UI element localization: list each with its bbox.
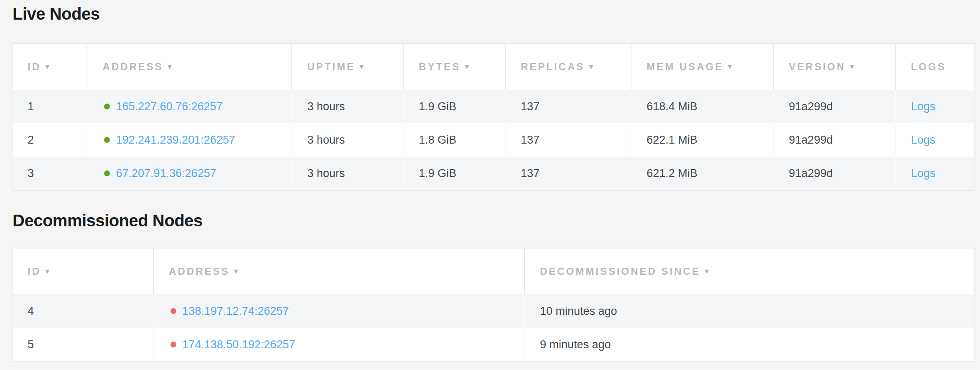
cell-text: 622.1 MiB	[647, 134, 697, 146]
column-header-decommissioned_since[interactable]: DECOMMISSIONED SINCE▾	[525, 248, 974, 294]
column-header-label: UPTIME	[307, 61, 355, 72]
table-row: 2192.241.239.201:262573 hours1.8 GiB1376…	[13, 123, 974, 157]
cell-bytes: 1.9 GiB	[404, 157, 506, 190]
cell-uptime: 3 hours	[292, 157, 404, 190]
table-row: 4138.197.12.74:2625710 minutes ago	[13, 294, 974, 328]
cell-address: 165.227.60.76:26257	[87, 90, 292, 123]
column-header-label: REPLICAS	[521, 61, 585, 72]
cell-text: 3	[28, 167, 34, 180]
column-header-address[interactable]: ADDRESS▾	[154, 248, 525, 294]
cell-uptime: 3 hours	[292, 90, 404, 123]
cell-id: 1	[13, 90, 87, 123]
cell-text: 137	[521, 167, 540, 180]
node-logs-link[interactable]: Logs	[911, 134, 936, 146]
cell-address: 192.241.239.201:26257	[87, 123, 292, 157]
cell-text: 10 minutes ago	[540, 305, 617, 317]
cell-id: 2	[13, 123, 87, 157]
sort-arrow-icon: ▾	[45, 62, 49, 71]
table-row: 367.207.91.36:262573 hours1.9 GiB137621.…	[13, 157, 974, 190]
decommissioned-nodes-title: Decommissioned Nodes	[12, 191, 975, 230]
cell-text: 137	[521, 134, 540, 146]
table-row: 1165.227.60.76:262573 hours1.9 GiB137618…	[13, 90, 974, 123]
live-status-dot-icon	[104, 104, 110, 109]
cell-text: 1.8 GiB	[419, 134, 456, 146]
column-header-logs: LOGS	[896, 44, 974, 90]
cell-replicas: 137	[506, 90, 631, 123]
table-row: 5174.138.50.192:262579 minutes ago	[13, 328, 974, 361]
cell-text: 621.2 MiB	[647, 167, 697, 180]
column-header-address[interactable]: ADDRESS▾	[87, 44, 292, 90]
column-header-label: BYTES	[419, 61, 461, 72]
cell-text: 5	[28, 338, 34, 351]
decommissioned-nodes-table: ID▾ADDRESS▾DECOMMISSIONED SINCE▾ 4138.19…	[12, 248, 975, 362]
cell-bytes: 1.9 GiB	[404, 90, 506, 123]
cell-text: 3 hours	[307, 100, 345, 113]
column-header-version[interactable]: VERSION▾	[774, 44, 896, 90]
column-header-id[interactable]: ID▾	[13, 248, 154, 294]
cell-decommissioned_since: 9 minutes ago	[525, 328, 974, 361]
cell-version: 91a299d	[774, 123, 896, 157]
live-status-dot-icon	[104, 170, 110, 176]
cell-bytes: 1.8 GiB	[404, 123, 506, 157]
node-address-link[interactable]: 165.227.60.76:26257	[116, 100, 222, 113]
header-row: ID▾ADDRESS▾DECOMMISSIONED SINCE▾	[13, 248, 974, 294]
column-header-label: VERSION	[789, 61, 846, 72]
cell-text: 91a299d	[789, 134, 833, 146]
cell-mem_usage: 621.2 MiB	[631, 157, 774, 190]
node-address-link[interactable]: 174.138.50.192:26257	[182, 338, 295, 351]
nodes-page: Live Nodes ID▾ADDRESS▾UPTIME▾BYTES▾REPLI…	[0, 0, 980, 362]
decommissioned-status-dot-icon	[171, 308, 176, 314]
cell-text: 91a299d	[789, 100, 833, 113]
cell-uptime: 3 hours	[292, 123, 404, 157]
node-logs-link[interactable]: Logs	[911, 167, 936, 180]
column-header-replicas[interactable]: REPLICAS▾	[506, 44, 631, 90]
column-header-bytes[interactable]: BYTES▾	[404, 44, 506, 90]
cell-text: 618.4 MiB	[647, 100, 697, 113]
node-address-link[interactable]: 67.207.91.36:26257	[116, 167, 216, 180]
column-header-mem_usage[interactable]: MEM USAGE▾	[631, 44, 774, 90]
cell-logs: Logs	[896, 157, 974, 190]
cell-text: 9 minutes ago	[540, 338, 611, 351]
node-logs-link[interactable]: Logs	[911, 100, 936, 113]
decommissioned-status-dot-icon	[171, 342, 176, 347]
cell-replicas: 137	[506, 123, 631, 157]
cell-text: 4	[28, 305, 34, 317]
column-header-id[interactable]: ID▾	[13, 44, 87, 90]
header-row: ID▾ADDRESS▾UPTIME▾BYTES▾REPLICAS▾MEM USA…	[13, 44, 974, 90]
cell-address: 67.207.91.36:26257	[87, 157, 292, 190]
sort-arrow-icon: ▾	[705, 266, 709, 276]
sort-arrow-icon: ▾	[728, 62, 732, 71]
cell-text: 3 hours	[307, 134, 345, 146]
cell-text: 2	[28, 134, 34, 146]
live-nodes-table: ID▾ADDRESS▾UPTIME▾BYTES▾REPLICAS▾MEM USA…	[12, 43, 975, 191]
live-status-dot-icon	[104, 137, 110, 143]
cell-mem_usage: 618.4 MiB	[631, 90, 774, 123]
column-header-label: ID	[28, 61, 41, 72]
sort-arrow-icon: ▾	[359, 62, 364, 71]
sort-arrow-icon: ▾	[168, 62, 172, 71]
cell-text: 1.9 GiB	[419, 100, 456, 113]
cell-replicas: 137	[506, 157, 631, 190]
column-header-label: DECOMMISSIONED SINCE	[540, 266, 700, 277]
cell-id: 4	[13, 294, 154, 328]
cell-address: 174.138.50.192:26257	[154, 328, 525, 361]
node-address-link[interactable]: 138.197.12.74:26257	[182, 305, 289, 317]
cell-address: 138.197.12.74:26257	[154, 294, 525, 328]
sort-arrow-icon: ▾	[45, 266, 49, 276]
cell-version: 91a299d	[774, 90, 896, 123]
cell-logs: Logs	[896, 90, 974, 123]
column-header-label: LOGS	[911, 61, 946, 72]
live-nodes-title: Live Nodes	[12, 0, 975, 23]
column-header-uptime[interactable]: UPTIME▾	[292, 44, 404, 90]
cell-text: 91a299d	[789, 167, 833, 180]
cell-text: 1	[28, 100, 34, 113]
column-header-label: ADDRESS	[169, 266, 229, 277]
cell-text: 3 hours	[307, 167, 345, 180]
sort-arrow-icon: ▾	[850, 62, 854, 71]
cell-text: 137	[521, 100, 540, 113]
sort-arrow-icon: ▾	[589, 62, 593, 71]
cell-mem_usage: 622.1 MiB	[631, 123, 774, 157]
cell-text: 1.9 GiB	[419, 167, 456, 180]
node-address-link[interactable]: 192.241.239.201:26257	[116, 134, 235, 146]
cell-decommissioned_since: 10 minutes ago	[525, 294, 974, 328]
